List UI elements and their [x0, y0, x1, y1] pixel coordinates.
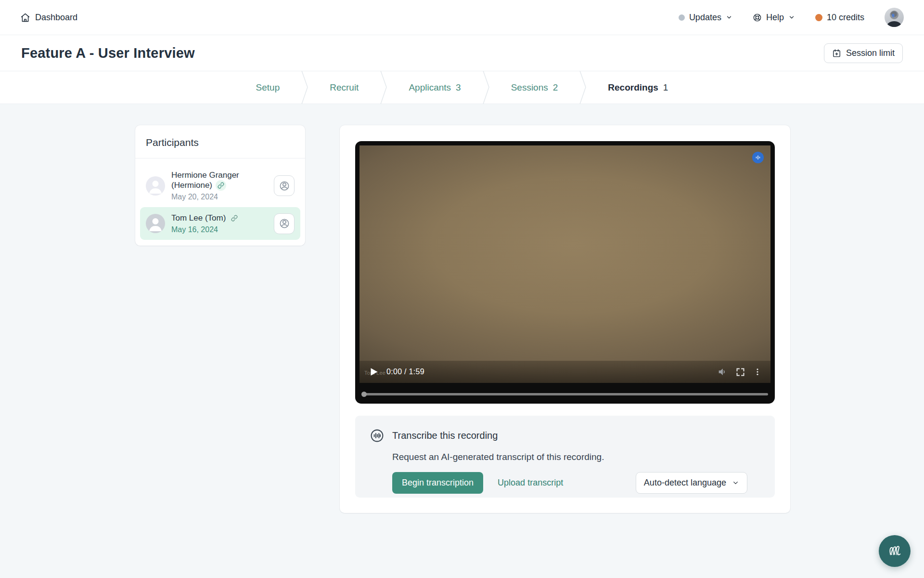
- updates-dot-icon: [679, 14, 685, 21]
- waveform-circle-icon: [370, 428, 385, 443]
- help-menu[interactable]: Help: [753, 13, 795, 23]
- top-nav: Dashboard Updates Help 10 credits: [0, 0, 924, 35]
- dashboard-label: Dashboard: [35, 13, 77, 23]
- participant-date: May 16, 2024: [171, 225, 268, 234]
- loop-scribble-logo-icon: [886, 542, 904, 560]
- study-steps-tabbar: Setup Recruit Applicants 3 Sessions 2 Re…: [0, 71, 924, 104]
- transcribe-title: Transcribe this recording: [392, 430, 498, 441]
- tab-recordings[interactable]: Recordings 1: [587, 71, 689, 104]
- more-options-kebab-icon[interactable]: [753, 367, 762, 377]
- credits-indicator[interactable]: 10 credits: [815, 13, 864, 23]
- tab-label: Setup: [256, 82, 280, 93]
- transcribe-panel: Transcribe this recording Request an AI-…: [355, 416, 775, 498]
- tab-label: Sessions: [511, 82, 548, 93]
- transcribe-header: Transcribe this recording: [370, 428, 760, 443]
- time-display: 0:00 / 1:59: [386, 368, 424, 376]
- dashboard-link[interactable]: Dashboard: [20, 13, 77, 23]
- language-select-value: Auto-detect language: [644, 478, 726, 488]
- tab-count-badge: 1: [663, 82, 668, 93]
- audio-waveform-badge-icon[interactable]: [752, 152, 764, 163]
- help-lifebuoy-icon: [753, 13, 762, 22]
- link-icon[interactable]: [229, 213, 240, 223]
- participants-list: Hermione Granger (Hermione) May 20, 2024…: [135, 158, 305, 246]
- tab-count-badge: 2: [553, 82, 558, 93]
- calendar-plus-icon: [832, 49, 841, 58]
- tab-separator: [579, 71, 587, 104]
- volume-icon[interactable]: [717, 367, 728, 377]
- main-content: Participants Hermione Granger (Hermione)…: [0, 105, 924, 578]
- participant-row[interactable]: Hermione Granger (Hermione) May 20, 2024: [140, 164, 300, 207]
- help-label: Help: [766, 13, 784, 23]
- credits-label: 10 credits: [827, 13, 864, 23]
- recording-panel: Tom Lee 0:00 / 1:59: [340, 125, 790, 513]
- language-select[interactable]: Auto-detect language: [636, 472, 747, 494]
- home-icon: [20, 13, 30, 23]
- participant-info: Hermione Granger (Hermione) May 20, 2024: [171, 170, 268, 201]
- participant-profile-button[interactable]: [274, 175, 295, 196]
- participant-name: Hermione Granger (Hermione): [171, 170, 268, 191]
- participant-name: Tom Lee (Tom): [171, 213, 268, 223]
- link-icon[interactable]: [216, 180, 226, 191]
- transcribe-description: Request an AI-generated transcript of th…: [392, 452, 760, 462]
- video-frame: Tom Lee 0:00 / 1:59: [359, 145, 770, 383]
- upload-transcript-link[interactable]: Upload transcript: [498, 478, 563, 488]
- tab-separator: [301, 71, 308, 104]
- begin-transcription-button[interactable]: Begin transcription: [392, 472, 483, 494]
- user-avatar[interactable]: [885, 8, 904, 27]
- tab-count-badge: 3: [456, 82, 461, 93]
- page-title: Feature A - User Interview: [21, 45, 195, 61]
- tab-separator: [380, 71, 387, 104]
- tab-applicants[interactable]: Applicants 3: [387, 71, 482, 104]
- updates-label: Updates: [689, 13, 721, 23]
- credits-dot-icon: [815, 14, 822, 21]
- session-limit-label: Session limit: [846, 48, 895, 58]
- play-button[interactable]: [368, 367, 379, 377]
- seek-handle[interactable]: [361, 392, 367, 397]
- seek-bar[interactable]: [362, 393, 768, 395]
- participants-panel: Participants Hermione Granger (Hermione)…: [135, 125, 305, 246]
- tab-label: Recruit: [330, 82, 359, 93]
- video-player[interactable]: Tom Lee 0:00 / 1:59: [355, 141, 775, 404]
- updates-menu[interactable]: Updates: [679, 13, 732, 23]
- tab-setup[interactable]: Setup: [235, 71, 301, 104]
- participant-info: Tom Lee (Tom) May 16, 2024: [171, 213, 268, 234]
- video-controls: Tom Lee 0:00 / 1:59: [359, 361, 770, 383]
- chevron-down-icon: [726, 14, 732, 21]
- participant-avatar-icon: [146, 214, 165, 233]
- participant-avatar-icon: [146, 176, 165, 196]
- tab-label: Recordings: [608, 82, 658, 93]
- participant-row-selected[interactable]: Tom Lee (Tom) May 16, 2024: [140, 207, 300, 240]
- participant-date: May 20, 2024: [171, 193, 268, 201]
- tab-separator: [482, 71, 490, 104]
- nav-right: Updates Help 10 credits: [679, 8, 904, 27]
- participants-title: Participants: [135, 125, 305, 158]
- brand-logo-button[interactable]: [879, 535, 911, 567]
- transcribe-actions: Begin transcription Upload transcript Au…: [392, 472, 760, 494]
- tab-sessions[interactable]: Sessions 2: [490, 71, 579, 104]
- session-limit-button[interactable]: Session limit: [824, 43, 903, 63]
- title-bar: Feature A - User Interview Session limit: [0, 35, 924, 71]
- participant-profile-button[interactable]: [274, 213, 295, 234]
- fullscreen-icon[interactable]: [735, 367, 745, 377]
- tab-recruit[interactable]: Recruit: [308, 71, 380, 104]
- chevron-down-icon: [732, 479, 739, 486]
- tab-label: Applicants: [409, 82, 451, 93]
- chevron-down-icon: [788, 14, 795, 21]
